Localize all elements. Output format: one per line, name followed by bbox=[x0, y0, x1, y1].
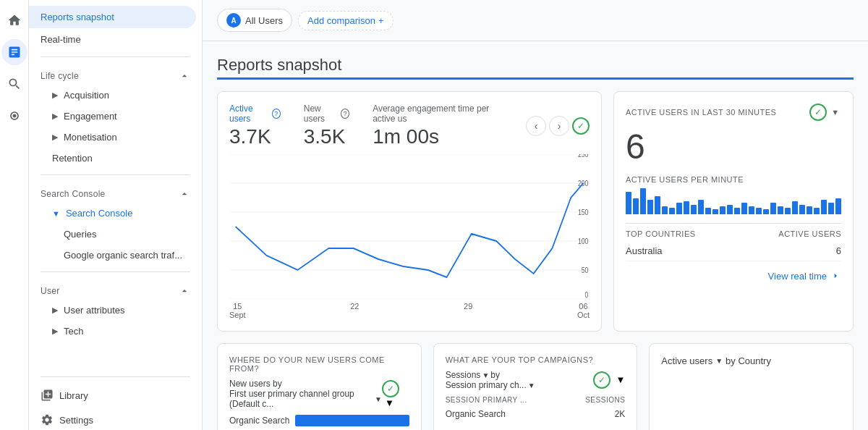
countries-header: TOP COUNTRIES ACTIVE USERS bbox=[626, 223, 841, 238]
bar-chart-bar bbox=[626, 192, 631, 215]
new-users-label: New users ? bbox=[304, 104, 349, 124]
library-label: Library bbox=[59, 390, 88, 401]
organic-search-bar bbox=[295, 415, 409, 426]
sidebar-section-search-console[interactable]: Search Console bbox=[29, 181, 202, 203]
bar-chart-bar bbox=[763, 209, 769, 214]
avatar: A bbox=[226, 13, 241, 28]
bar-chart-bar bbox=[684, 201, 689, 214]
bar-chart-bar bbox=[647, 200, 653, 214]
active-users-card: ACTIVE USERS IN LAST 30 MINUTES ✓ ▼ 6 AC… bbox=[613, 91, 854, 332]
svg-text:0: 0 bbox=[585, 291, 589, 299]
card-dropdown-icon[interactable]: ▼ bbox=[385, 397, 394, 408]
campaigns-card: WHAT ARE YOUR TOP CAMPAIGNS? Sessions ▼ … bbox=[433, 343, 638, 430]
bar-chart-bar bbox=[799, 205, 805, 215]
engagement-value: 1m 00s bbox=[373, 125, 503, 148]
svg-text:150: 150 bbox=[578, 208, 588, 216]
next-metric-button[interactable]: › bbox=[549, 116, 569, 136]
search-console-sub-label: Search Console bbox=[66, 208, 133, 219]
new-users-source-card: WHERE DO YOUR NEW USERS COME FROM? New u… bbox=[217, 343, 422, 430]
bar-chart-bar bbox=[756, 208, 762, 214]
campaigns-dropdown-icon[interactable]: ▼ bbox=[616, 374, 625, 385]
svg-text:250: 250 bbox=[578, 154, 588, 159]
country-card-arrow: ▼ bbox=[715, 357, 723, 365]
main-cards-row: Active users ? 3.7K New users ? 3.5K bbox=[217, 91, 854, 332]
sidebar-item-reports-snapshot[interactable]: Reports snapshot bbox=[29, 6, 196, 28]
bar-chart-bar bbox=[633, 198, 639, 215]
chart-label-22: 22 bbox=[350, 302, 359, 319]
lifecycle-label: Life cycle bbox=[41, 71, 79, 81]
sidebar-settings[interactable]: Settings bbox=[29, 408, 202, 430]
campaigns-card-actions: ✓ ▼ bbox=[593, 371, 626, 389]
home-nav-icon[interactable] bbox=[1, 7, 27, 33]
bar-chart-bar bbox=[712, 209, 718, 214]
sidebar-item-realtime[interactable]: Real-time bbox=[29, 28, 196, 51]
all-users-label: All Users bbox=[245, 15, 283, 26]
engagement-metric: Average engagement time per active us 1m… bbox=[373, 104, 503, 148]
prev-metric-button[interactable]: ‹ bbox=[526, 116, 546, 136]
chart-label-29: 29 bbox=[464, 302, 472, 319]
bar-chart-bar bbox=[698, 200, 704, 214]
sessions-down-arrow: ▼ bbox=[482, 371, 489, 379]
svg-text:100: 100 bbox=[578, 237, 588, 245]
bar-chart-bar bbox=[640, 188, 646, 214]
chart-label-oct06: 06 Oct bbox=[577, 302, 590, 319]
sidebar-divider-2 bbox=[41, 174, 190, 175]
sidebar-item-user-attributes[interactable]: ▶ User attributes bbox=[29, 300, 202, 321]
sidebar-divider-3 bbox=[41, 271, 190, 272]
search-nav-icon[interactable] bbox=[1, 71, 27, 97]
bar-chart-bar bbox=[691, 205, 697, 215]
sidebar-item-acquisition[interactable]: ▶ Acquisition bbox=[29, 85, 202, 106]
active-users-col-label: ACTIVE USERS bbox=[778, 229, 841, 238]
monetisation-label: Monetisation bbox=[64, 132, 117, 143]
sidebar-section-user[interactable]: User bbox=[29, 278, 202, 300]
new-users-card-header: New users by First user primary channel … bbox=[229, 379, 409, 409]
campaigns-table-row: Organic Search 2K bbox=[446, 407, 626, 421]
all-users-filter[interactable]: A All Users bbox=[217, 9, 292, 32]
google-organic-label: Google organic search traf... bbox=[64, 250, 182, 261]
bar-chart-bar bbox=[705, 208, 711, 214]
chevron-icon: ▶ bbox=[52, 90, 58, 100]
sidebar-item-queries[interactable]: Queries bbox=[29, 224, 202, 245]
sidebar-item-search-console[interactable]: ▼ Search Console bbox=[29, 203, 202, 224]
top-countries-label: TOP COUNTRIES bbox=[626, 229, 696, 238]
sidebar-item-realtime-label: Real-time bbox=[41, 34, 81, 45]
sidebar: Reports snapshot Real-time Life cycle ▶ … bbox=[29, 0, 203, 430]
country-card: Active users ▼ by Country bbox=[649, 343, 854, 430]
sidebar-item-monetisation[interactable]: ▶ Monetisation bbox=[29, 127, 202, 148]
per-minute-bar-chart bbox=[626, 188, 841, 214]
user-attributes-label: User attributes bbox=[64, 305, 125, 316]
organic-search-row: Organic Search bbox=[229, 415, 409, 426]
info-icon: ? bbox=[272, 109, 281, 119]
engagement-label: Engagement bbox=[64, 111, 117, 122]
antenna-nav-icon[interactable] bbox=[1, 103, 27, 129]
campaigns-card-title: WHAT ARE YOUR TOP CAMPAIGNS? bbox=[446, 355, 626, 364]
add-comparison-button[interactable]: Add comparison + bbox=[298, 11, 393, 30]
svg-text:50: 50 bbox=[582, 266, 589, 274]
sidebar-library[interactable]: Library bbox=[29, 383, 202, 408]
sidebar-section-lifecycle[interactable]: Life cycle bbox=[29, 63, 202, 85]
bar-chart-bar bbox=[828, 203, 834, 214]
bottom-row: WHERE DO YOUR NEW USERS COME FROM? New u… bbox=[217, 343, 854, 430]
sidebar-item-tech[interactable]: ▶ Tech bbox=[29, 321, 202, 342]
bar-chart-bar bbox=[720, 206, 726, 214]
bar-chart-bar bbox=[778, 206, 783, 214]
chevron-icon: ▶ bbox=[52, 111, 58, 121]
view-realtime-link[interactable]: View real time bbox=[626, 270, 841, 282]
country-row-australia: Australia 6 bbox=[626, 241, 841, 261]
engagement-label: Average engagement time per active us bbox=[373, 104, 503, 124]
bar-chart-bar bbox=[785, 208, 791, 214]
plus-icon: + bbox=[378, 15, 384, 26]
metric-navigation: ‹ › ✓ bbox=[526, 116, 590, 136]
main-content: A All Users Add comparison + Reports sna… bbox=[203, 0, 868, 430]
active-users-label: Active users ? bbox=[229, 104, 281, 124]
add-comparison-label: Add comparison bbox=[307, 15, 375, 26]
reports-nav-icon[interactable] bbox=[1, 39, 27, 65]
sidebar-item-google-organic[interactable]: Google organic search traf... bbox=[29, 245, 202, 266]
campaigns-card-header: Sessions ▼ by Session primary ch... ▼ ✓ … bbox=[446, 370, 626, 390]
user-section-label: User bbox=[41, 286, 60, 296]
sidebar-item-engagement[interactable]: ▶ Engagement bbox=[29, 106, 202, 127]
dropdown-arrow-icon: ▼ bbox=[375, 395, 382, 403]
bar-chart-bar bbox=[749, 206, 754, 214]
active-users-dropdown[interactable]: ▼ bbox=[830, 106, 841, 118]
sidebar-item-retention[interactable]: Retention bbox=[29, 148, 202, 169]
